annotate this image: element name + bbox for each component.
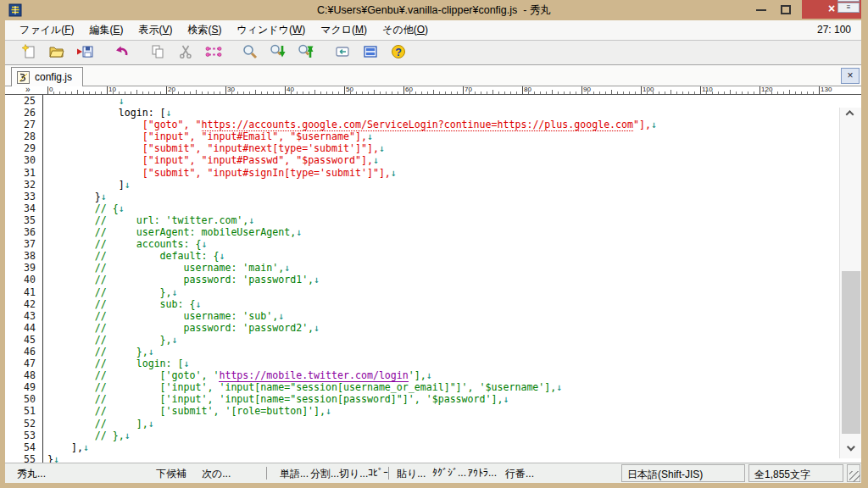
title-bar[interactable]: C:¥Users¥Genbu¥.vanilla-clipper¥config.j… [0, 0, 868, 20]
code-segment: "], [633, 119, 651, 130]
line-number: 28 [5, 130, 39, 142]
status-function-8[interactable]: ｺﾋﾟｰ [368, 467, 388, 479]
line-break-mark: ↓ [166, 107, 172, 119]
line-text: // },↓ [39, 286, 178, 298]
find-previous-button[interactable] [297, 43, 315, 62]
menu-item-S[interactable]: 検索(S) [181, 23, 230, 37]
code-line: 26 login: [↓ [5, 107, 861, 119]
code-segment: // ['goto', ' [47, 369, 219, 381]
status-function-11[interactable]: ﾀｸﾞｼﾞ... [432, 467, 466, 479]
ruler: » 0102030405060708090100110120130 [5, 86, 861, 95]
line-break-mark: ↓ [367, 130, 373, 142]
editor-text-area[interactable]: 25 ↓26 login: [↓27 ["goto", "https://acc… [5, 95, 861, 463]
status-function-3[interactable]: 次の... [202, 467, 231, 481]
code-line: 55}↓ [5, 453, 861, 463]
code-segment [47, 119, 142, 130]
status-function-1[interactable]: 秀丸... [17, 467, 46, 481]
code-line: 30 ["input", "input#Passwd", "$password"… [5, 154, 861, 166]
find-next-icon [270, 43, 287, 63]
menu-item-O[interactable]: その他(O) [375, 23, 436, 37]
ruler-collapse-button[interactable]: « [837, 0, 860, 2]
status-function-13[interactable]: 行番... [505, 467, 534, 481]
help-button[interactable]: ? [389, 43, 408, 62]
menu-item-F[interactable]: ファイル(F) [12, 23, 81, 37]
save-button[interactable] [75, 43, 94, 62]
replace-button[interactable] [333, 43, 352, 62]
code-segment: login: [ [47, 107, 166, 119]
status-function-2[interactable]: 下候補 [156, 467, 186, 481]
window-content: ファイル(F)編集(E)表示(V)検索(S)ウィンドウ(W)マクロ(M)その他(… [5, 20, 861, 483]
tab-close-button[interactable]: × [841, 68, 860, 84]
code-segment: ["input", "input#Email", "$username"], [142, 130, 367, 142]
open-folder-button[interactable] [47, 43, 66, 62]
status-function-7[interactable]: 切り... [339, 467, 368, 481]
svg-text:?: ? [395, 46, 402, 58]
status-function-5[interactable]: 単語... [280, 467, 309, 481]
ruler-number: 130 [821, 86, 832, 93]
line-break-mark: ↓ [201, 238, 207, 250]
code-line: 54 ],↓ [5, 441, 861, 453]
resize-grip[interactable] [849, 471, 860, 482]
vertical-scrollbar[interactable] [839, 108, 861, 458]
code-segment: ["submit", "input#next[type='submit']"], [142, 142, 379, 154]
encoding-box[interactable]: 日本語(Shift-JIS) [621, 464, 745, 482]
open-folder-icon [48, 43, 65, 63]
scrollbar-thumb[interactable] [842, 271, 860, 434]
select-region-button[interactable] [204, 43, 223, 62]
menu-item-E[interactable]: 編集(E) [81, 23, 131, 37]
new-file-button[interactable] [19, 43, 38, 62]
code-line: 37 // accounts: {↓ [5, 238, 861, 250]
status-function-6[interactable]: 分割... [310, 467, 339, 481]
select-region-icon [205, 43, 222, 63]
code-line: 35 // url: 'twitter.com',↓ [5, 214, 861, 226]
scroll-up-icon[interactable] [847, 113, 854, 120]
status-function-10[interactable]: 貼り... [397, 467, 426, 481]
tab-config-js[interactable]: config.js [11, 67, 83, 86]
line-number: 54 [5, 441, 39, 453]
code-line: 51 // ['submit', '[role=button]'],↓ [5, 405, 861, 417]
undo-button[interactable] [112, 43, 131, 62]
maximize-button[interactable] [781, 5, 791, 14]
outline-list-button[interactable]: ≡ [837, 3, 860, 13]
code-segment: // username: 'main', [47, 262, 284, 274]
find-icon [242, 43, 259, 63]
undo-icon [113, 43, 130, 63]
gutter-separator [42, 95, 43, 463]
line-number: 46 [5, 346, 39, 358]
code-line: 42 // sub: {↓ [5, 298, 861, 310]
code-line: 46 // },↓ [5, 346, 861, 358]
code-segment: ["input", "input#Passwd", "$password"], [142, 154, 373, 166]
line-break-mark: ↓ [148, 418, 154, 430]
line-text: ["goto", "https://accounts.google.com/Se… [39, 119, 657, 130]
line-text: // ],↓ [39, 418, 154, 430]
line-number: 44 [5, 322, 39, 334]
code-line: 33 }↓ [5, 191, 861, 202]
line-number: 30 [5, 154, 39, 166]
line-text: // password: 'password1',↓ [39, 274, 320, 286]
find-next-button[interactable] [269, 43, 287, 62]
line-number: 51 [5, 405, 39, 417]
line-number: 25 [5, 95, 39, 107]
code-segment [47, 95, 119, 107]
save-icon [76, 43, 93, 63]
line-text: // },↓ [39, 334, 178, 346]
minimize-button[interactable] [756, 9, 766, 11]
menu-item-M[interactable]: マクロ(M) [313, 23, 375, 37]
cut-button[interactable] [176, 43, 195, 62]
ruler-number: 60 [405, 86, 413, 93]
copy-button[interactable] [148, 43, 167, 62]
line-text: // userAgent: mobileUserAgent,↓ [39, 226, 302, 238]
line-text: login: [↓ [39, 107, 172, 119]
split-window-button[interactable] [361, 43, 380, 62]
line-break-mark: ↓ [101, 191, 107, 202]
menu-item-V[interactable]: 表示(V) [131, 23, 180, 37]
line-break-mark: ↓ [172, 334, 178, 346]
status-function-12[interactable]: ｱｳﾄﾗ... [468, 467, 497, 479]
code-segment: // login: [ [47, 358, 184, 369]
menu-item-W[interactable]: ウィンドウ(W) [230, 23, 314, 37]
find-button[interactable] [241, 43, 259, 62]
line-break-mark: ↓ [651, 119, 657, 130]
replace-icon [334, 43, 351, 63]
line-number: 49 [5, 381, 39, 393]
scroll-down-icon[interactable] [847, 444, 854, 452]
